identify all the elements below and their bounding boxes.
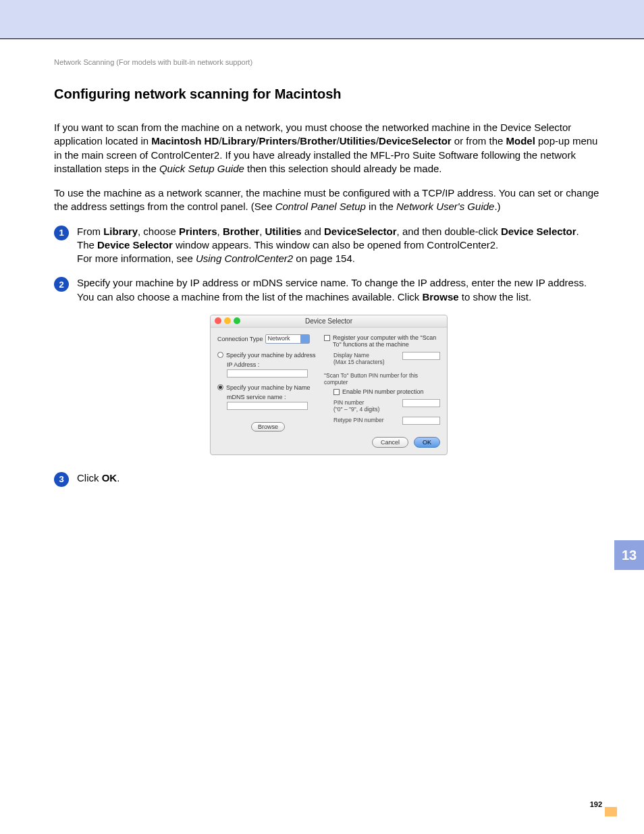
header-band bbox=[0, 0, 644, 39]
radio-by-name[interactable] bbox=[217, 384, 223, 390]
retype-pin-input[interactable] bbox=[402, 417, 440, 425]
enable-pin-label: Enable PIN number protection bbox=[342, 388, 424, 395]
ip-address-label: IP Address : bbox=[217, 361, 319, 368]
ip-address-input[interactable] bbox=[227, 369, 308, 377]
ok-button[interactable]: OK bbox=[414, 437, 440, 448]
breadcrumb: Network Scanning (For models with built-… bbox=[54, 58, 603, 66]
step-1-line-2: The Device Selector window appears. This… bbox=[77, 238, 603, 252]
second-paragraph: To use the machine as a network scanner,… bbox=[54, 186, 603, 214]
page-number: 192 bbox=[590, 800, 602, 808]
dialog-titlebar: Device Selector bbox=[211, 315, 447, 328]
connection-type-label: Connection Type bbox=[217, 336, 263, 342]
intro-paragraph: If you want to scan from the machine on … bbox=[54, 121, 603, 176]
connection-type-select[interactable]: Network bbox=[265, 334, 310, 344]
cancel-button[interactable]: Cancel bbox=[372, 437, 408, 448]
chapter-tab: 13 bbox=[614, 540, 644, 570]
display-name-input[interactable] bbox=[402, 352, 440, 360]
step-bullet-2: 2 bbox=[54, 277, 69, 292]
radio-by-address[interactable] bbox=[217, 352, 223, 358]
minimize-icon[interactable] bbox=[224, 317, 231, 324]
by-name-label: Specify your machine by Name bbox=[226, 384, 311, 391]
page-indicator bbox=[605, 807, 617, 816]
mdns-input[interactable] bbox=[227, 402, 308, 410]
pin-section-label: "Scan To" Button PIN number for this com… bbox=[324, 372, 440, 386]
pin-number-label: PIN number bbox=[333, 399, 364, 406]
step-bullet-1: 1 bbox=[54, 226, 69, 240]
display-name-label: Display Name bbox=[333, 352, 369, 359]
section-title: Configuring network scanning for Macinto… bbox=[54, 86, 603, 102]
enable-pin-checkbox[interactable] bbox=[333, 389, 340, 395]
step-3: 3 Click OK. bbox=[54, 471, 603, 487]
pin-hint: ("0" – "9", 4 digits) bbox=[333, 406, 379, 413]
step-2-line-2: You can also choose a machine from the l… bbox=[77, 290, 603, 304]
pin-number-input[interactable] bbox=[402, 399, 440, 407]
zoom-icon[interactable] bbox=[234, 317, 240, 324]
step-1: 1 From Library, choose Printers, Brother… bbox=[54, 225, 603, 266]
display-name-hint: (Max 15 characters) bbox=[333, 359, 385, 365]
by-address-label: Specify your machine by address bbox=[226, 352, 316, 359]
step-1-line-3: For more information, see Using ControlC… bbox=[77, 252, 603, 265]
step-1-line-1: From Library, choose Printers, Brother, … bbox=[77, 225, 603, 238]
step-3-line-1: Click OK. bbox=[77, 471, 603, 485]
step-bullet-3: 3 bbox=[54, 472, 69, 487]
device-selector-dialog: Device Selector Connection Type Network … bbox=[210, 315, 448, 455]
retype-pin-label: Retype PIN number bbox=[333, 417, 398, 423]
step-2: 2 Specify your machine by IP address or … bbox=[54, 276, 603, 304]
step-2-line-1: Specify your machine by IP address or mD… bbox=[77, 276, 603, 290]
browse-button[interactable]: Browse bbox=[251, 422, 285, 432]
register-label: Register your computer with the "Scan To… bbox=[333, 334, 440, 348]
close-icon[interactable] bbox=[215, 317, 221, 324]
mdns-label: mDNS service name : bbox=[217, 394, 319, 400]
register-checkbox[interactable] bbox=[324, 335, 330, 341]
dialog-title: Device Selector bbox=[305, 317, 352, 325]
